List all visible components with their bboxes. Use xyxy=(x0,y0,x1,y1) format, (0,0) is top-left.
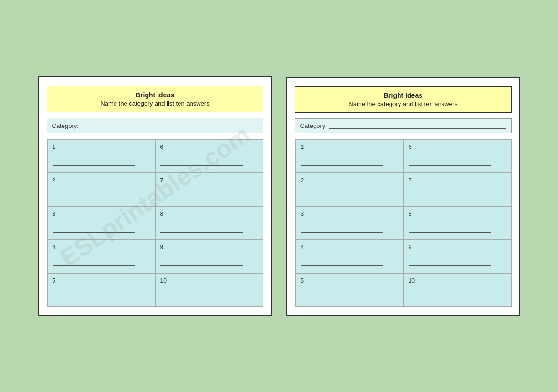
left-answer-8: 8 xyxy=(155,206,263,240)
left-answer-1: 1 xyxy=(47,139,155,173)
left-subtitle: Name the category and list ten answers xyxy=(51,100,259,107)
left-answer-4: 4 xyxy=(47,240,155,273)
right-answer-3: 3 xyxy=(295,206,403,240)
left-answer-6: 6 xyxy=(155,139,263,173)
right-worksheet-wrapper: Bright Ideas Name the category and list … xyxy=(286,77,520,316)
right-answer-2: 2 xyxy=(295,173,403,206)
right-category-label: Category: xyxy=(300,122,327,129)
right-title: Bright Ideas xyxy=(299,92,507,99)
right-answer-10: 10 xyxy=(403,273,511,307)
left-category-box: Category: xyxy=(47,118,263,133)
left-answer-3: 3 xyxy=(47,206,155,240)
left-answer-10: 10 xyxy=(155,273,263,307)
left-answers-grid: 1 6 2 7 3 8 4 xyxy=(47,139,263,307)
right-answer-1: 1 xyxy=(295,139,403,173)
right-subtitle: Name the category and list ten answers xyxy=(299,100,507,107)
left-worksheet: Bright Ideas Name the category and list … xyxy=(38,76,272,316)
right-answers-grid: 1 6 2 7 3 8 4 xyxy=(295,139,512,307)
left-category-input[interactable] xyxy=(79,122,258,129)
left-title: Bright Ideas xyxy=(51,91,259,99)
right-answer-9: 9 xyxy=(403,240,511,273)
right-answer-4: 4 xyxy=(295,240,403,273)
left-worksheet-wrapper: Bright Ideas Name the category and list … xyxy=(38,76,272,316)
right-answer-6: 6 xyxy=(403,139,511,173)
right-category-line xyxy=(329,122,506,129)
right-answer-5: 5 xyxy=(295,273,403,307)
left-answer-2: 2 xyxy=(47,173,155,206)
right-answer-8: 8 xyxy=(403,206,511,240)
right-worksheet: Bright Ideas Name the category and list … xyxy=(286,77,520,316)
right-answer-7: 7 xyxy=(403,173,511,206)
left-category-label: Category: xyxy=(52,122,79,129)
left-answer-7: 7 xyxy=(155,173,263,206)
right-header-box: Bright Ideas Name the category and list … xyxy=(295,86,512,113)
right-category-box: Category: xyxy=(295,118,512,133)
left-answer-5: 5 xyxy=(47,273,155,307)
left-answer-9: 9 xyxy=(155,240,263,273)
left-header-box: Bright Ideas Name the category and list … xyxy=(47,86,263,112)
